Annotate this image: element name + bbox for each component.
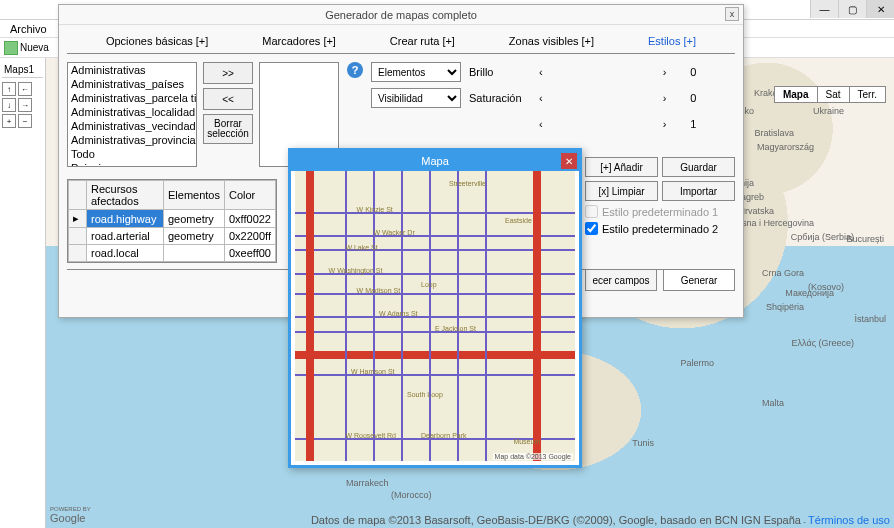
visibilidad-select[interactable]: Visibilidad	[371, 88, 461, 108]
zoom-in-icon[interactable]: +	[2, 114, 16, 128]
tab-opciones[interactable]: Opciones básicas [+]	[102, 33, 212, 49]
anadir-button[interactable]: [+] Añadir	[585, 157, 658, 177]
saturacion-value: 0	[676, 92, 696, 104]
popup-title: Mapa ✕	[291, 151, 579, 171]
tab-estilos[interactable]: Estilos [+]	[644, 33, 700, 49]
maptype-terr[interactable]: Terr.	[850, 87, 885, 102]
dialog-close-button[interactable]: x	[725, 7, 739, 21]
list-item[interactable]: Administrativas_provincia	[68, 133, 196, 147]
bg-label: Cрбија (Serbia)	[791, 232, 854, 242]
guardar-button[interactable]: Guardar	[662, 157, 735, 177]
bg-label: Tunis	[632, 438, 654, 448]
slider3-inc[interactable]: ›	[659, 118, 671, 130]
saturacion-dec[interactable]: ‹	[535, 92, 547, 104]
th-elementos[interactable]: Elementos	[164, 181, 225, 210]
bg-label: Ukraine	[813, 106, 844, 116]
bg-label: (Kosovo)	[808, 282, 844, 292]
list-item[interactable]: Todo	[68, 147, 196, 161]
new-doc-label: Nueva	[20, 42, 49, 53]
remove-button[interactable]: <<	[203, 88, 253, 110]
limpiar-button[interactable]: [x] Limpiar	[585, 181, 658, 201]
table-row[interactable]: ▸ road.highway geometry 0xff0022	[69, 210, 276, 228]
table-row[interactable]: road.arterial geometry 0x2200ff	[69, 228, 276, 245]
terms-link[interactable]: Términos de uso	[808, 514, 890, 526]
tab-marcadores[interactable]: Marcadores [+]	[258, 33, 340, 49]
bg-label: İstanbul	[854, 314, 886, 324]
popup-attribution: Map data ©2013 Google	[493, 453, 573, 460]
brillo-label: Brillo	[469, 66, 529, 78]
bg-label: Bratislava	[754, 128, 794, 138]
preset2-checkbox[interactable]: Estilo predeterminado 2	[585, 222, 735, 235]
brillo-value: 0	[676, 66, 696, 78]
bg-label: Македонија	[785, 288, 834, 298]
minimize-button[interactable]: —	[810, 0, 838, 18]
slider3-dec[interactable]: ‹	[535, 118, 547, 130]
map-attribution: Datos de mapa ©2013 Basarsoft, GeoBasis-…	[311, 514, 890, 526]
nav-up-icon[interactable]: ↑	[2, 82, 16, 96]
map-preview-popup: Mapa ✕ W Kinzie St W Wacker Dr W Lake St	[288, 148, 582, 468]
new-doc-icon[interactable]	[4, 41, 18, 55]
help-icon[interactable]: ?	[347, 62, 363, 78]
tab-zonas[interactable]: Zonas visibles [+]	[505, 33, 598, 49]
dialog-title: Generador de mapas completo x	[59, 5, 743, 25]
bg-label: Crna Gora	[762, 268, 804, 278]
brillo-inc[interactable]: ›	[659, 66, 671, 78]
map-tab[interactable]: Maps1	[2, 62, 43, 78]
elementos-select[interactable]: Elementos	[371, 62, 461, 82]
popup-map[interactable]: W Kinzie St W Wacker Dr W Lake St W Wash…	[295, 171, 575, 461]
importar-button[interactable]: Importar	[662, 181, 735, 201]
zoom-out-icon[interactable]: −	[18, 114, 32, 128]
list-item[interactable]: Administrativas_parcela tierra	[68, 91, 196, 105]
list-item[interactable]: Administrativas_vecindad	[68, 119, 196, 133]
clear-selection-button[interactable]: Borrar selección	[203, 114, 253, 144]
generar-button[interactable]: Generar	[663, 269, 735, 291]
maximize-button[interactable]: ▢	[838, 0, 866, 18]
bg-label: Shqipëria	[766, 302, 804, 312]
maptype-mapa[interactable]: Mapa	[775, 87, 818, 102]
styles-table: Recursos afectados Elementos Color ▸ roa…	[68, 180, 276, 262]
slider3-value: 1	[676, 118, 696, 130]
list-item[interactable]: Administrativas_localidad	[68, 105, 196, 119]
left-panel: Maps1 ↑ ← ↓ → + −	[0, 58, 46, 528]
bg-label: Marrakech	[346, 478, 389, 488]
popup-close-button[interactable]: ✕	[561, 153, 577, 169]
nav-down-icon[interactable]: ↓	[2, 98, 16, 112]
menu-archivo[interactable]: Archivo	[4, 21, 53, 37]
table-row[interactable]: road.local 0xeeff00	[69, 245, 276, 262]
brillo-dec[interactable]: ‹	[535, 66, 547, 78]
add-button[interactable]: >>	[203, 62, 253, 84]
bg-label: București	[846, 234, 884, 244]
preset1-checkbox: Estilo predeterminado 1	[585, 205, 735, 218]
nav-left-icon[interactable]: ←	[18, 82, 32, 96]
list-item[interactable]: Administrativas	[68, 63, 196, 77]
list-item[interactable]: Paisaje	[68, 161, 196, 167]
th-color[interactable]: Color	[224, 181, 275, 210]
th-recursos[interactable]: Recursos afectados	[87, 181, 164, 210]
bg-label: (Morocco)	[391, 490, 432, 500]
maptype-sat[interactable]: Sat	[818, 87, 850, 102]
resources-listbox[interactable]: Administrativas Administrativas_países A…	[67, 62, 197, 167]
bg-label: Ελλάς (Greece)	[792, 338, 854, 348]
tab-ruta[interactable]: Crear ruta [+]	[386, 33, 459, 49]
saturacion-label: Saturación	[469, 92, 529, 104]
nav-right-icon[interactable]: →	[18, 98, 32, 112]
establecer-button[interactable]: ecer campos	[585, 269, 657, 291]
maptype-control: Mapa Sat Terr.	[774, 86, 886, 103]
close-button[interactable]: ✕	[866, 0, 894, 18]
bg-label: Malta	[762, 398, 784, 408]
saturacion-inc[interactable]: ›	[659, 92, 671, 104]
bg-label: Palermo	[680, 358, 714, 368]
bg-label: Magyarország	[757, 142, 814, 152]
google-logo: POWERED BY Google	[50, 506, 91, 524]
list-item[interactable]: Administrativas_países	[68, 77, 196, 91]
